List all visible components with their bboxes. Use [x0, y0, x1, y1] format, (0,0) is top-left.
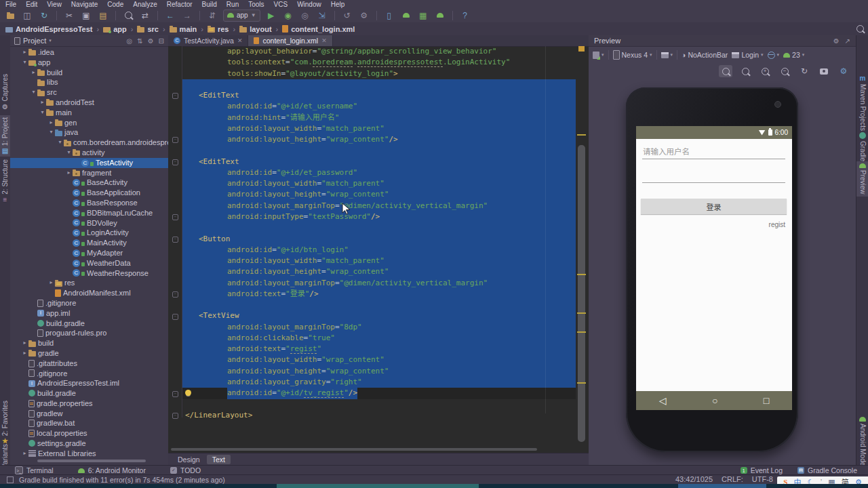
- tree-item-com.boredream.androidespressotest[interactable]: ▾com.boredream.androidespressotest: [10, 138, 168, 148]
- menu-file[interactable]: File: [5, 1, 16, 8]
- caret-position[interactable]: 43:42/1025: [675, 475, 713, 483]
- tree-item-fragment[interactable]: ▸fragment: [10, 168, 168, 178]
- editor-tab-TestActivity.java[interactable]: CTestActivity.java✕: [168, 35, 248, 46]
- gradle-sync-icon[interactable]: ↺: [341, 10, 353, 21]
- debug-icon[interactable]: ◉: [282, 10, 294, 21]
- toolwindow-event-log[interactable]: 1Event Log: [741, 466, 783, 474]
- code-line[interactable]: android:text="regist": [182, 344, 576, 354]
- search-icon[interactable]: [122, 10, 134, 21]
- menu-tools[interactable]: Tools: [248, 1, 264, 8]
- render-settings-icon[interactable]: ⚙: [837, 65, 850, 77]
- locate-icon[interactable]: ◎: [127, 37, 133, 45]
- warning-stripe[interactable]: [577, 134, 586, 136]
- fold-marker-icon[interactable]: −: [172, 413, 178, 419]
- tree-expand-arrow[interactable]: ▸: [21, 47, 28, 58]
- avd-manager-icon[interactable]: ▯: [383, 10, 395, 21]
- toolwindow-switcher-icon[interactable]: [7, 476, 14, 483]
- editor-vscrollbar[interactable]: [576, 46, 588, 413]
- forward-icon[interactable]: →: [181, 10, 193, 21]
- tree-expand-arrow[interactable]: ▾: [65, 148, 73, 158]
- menu-vcs[interactable]: VCS: [274, 1, 288, 8]
- menu-window[interactable]: Window: [297, 1, 321, 8]
- editor-hscrollbar[interactable]: [171, 448, 537, 451]
- tree-item-src[interactable]: ▾src: [10, 87, 168, 98]
- code-line[interactable]: android:layout_height="wrap_content": [182, 366, 576, 377]
- tree-item-app.iml[interactable]: app.iml: [10, 308, 168, 319]
- code-line[interactable]: <TextView: [182, 310, 576, 321]
- code-line[interactable]: [182, 222, 576, 233]
- code-line[interactable]: [182, 399, 576, 410]
- code-line[interactable]: <EditText: [182, 157, 576, 167]
- save-icon[interactable]: ◫: [21, 10, 33, 21]
- toolwindow-6-android-monitor[interactable]: 6: Android Monitor: [78, 466, 146, 474]
- tree-item-proguard-rules.pro[interactable]: proguard-rules.pro: [10, 328, 168, 338]
- hide-panel-icon[interactable]: ⊟: [159, 37, 164, 45]
- zoom-out-icon[interactable]: −: [778, 65, 791, 77]
- menu-refactor[interactable]: Refactor: [167, 1, 193, 8]
- warning-stripe[interactable]: [577, 274, 586, 275]
- tree-item-MyAdapter[interactable]: MyAdapter: [10, 248, 168, 258]
- tree-item-WeatherResponse[interactable]: WeatherResponse: [10, 268, 168, 279]
- menu-analyze[interactable]: Analyze: [133, 1, 157, 8]
- tree-item-gradlew.bat[interactable]: gradlew.bat: [10, 418, 168, 428]
- device-monitor-icon[interactable]: ▦: [417, 10, 429, 21]
- code-line[interactable]: android:layout_marginTop="@dimen/activit…: [182, 278, 576, 289]
- tree-item-WeatherData[interactable]: WeatherData: [10, 258, 168, 268]
- back-icon[interactable]: ←: [164, 10, 176, 21]
- menu-navigate[interactable]: Navigate: [71, 1, 98, 8]
- tree-item-main[interactable]: ▾main: [10, 108, 168, 118]
- project-hscrollbar[interactable]: [37, 460, 146, 462]
- tree-item-res[interactable]: ▸res: [10, 278, 168, 288]
- tab-text[interactable]: Text: [207, 455, 231, 464]
- code-line[interactable]: </LinearLayout>: [182, 410, 576, 421]
- replace-icon[interactable]: ⇄: [139, 10, 151, 21]
- tab-design[interactable]: Design: [172, 455, 205, 464]
- zoom-fit-icon[interactable]: [719, 65, 732, 77]
- tree-item-AndroidEspressoTest.iml[interactable]: AndroidEspressoTest.iml: [10, 378, 168, 388]
- code-line[interactable]: android:layout_height="wrap_content": [182, 189, 576, 200]
- tree-item-TestActivity[interactable]: TestActivity: [10, 158, 168, 168]
- fold-marker-icon[interactable]: −: [172, 291, 178, 298]
- theme-picker[interactable]: ◑NoActionBar: [682, 51, 728, 59]
- run-config-combo[interactable]: app▼: [223, 9, 260, 22]
- sdk-manager-icon[interactable]: [400, 10, 412, 21]
- paste-icon[interactable]: ▤: [97, 10, 109, 21]
- search-icon[interactable]: [856, 25, 864, 33]
- sync-icon[interactable]: ↻: [38, 10, 50, 21]
- tree-expand-arrow[interactable]: ▾: [39, 108, 46, 118]
- toolwindow-terminal[interactable]: >_Terminal: [15, 466, 54, 474]
- tree-item-External-Libraries[interactable]: ▸External Libraries: [10, 449, 168, 459]
- tool-strip-captures[interactable]: Captures⚙: [0, 72, 10, 113]
- breadcrumb-layout[interactable]: layout: [239, 25, 271, 33]
- tree-expand-arrow[interactable]: ▾: [21, 58, 28, 68]
- tree-item-BaseResponse[interactable]: BaseResponse: [10, 198, 168, 208]
- code-line[interactable]: android:id="@+id/btn_login": [182, 245, 576, 256]
- tool-strip-maven-projects[interactable]: mMaven Projects: [856, 73, 868, 133]
- tree-item-gradle[interactable]: ▸gradle: [10, 348, 168, 359]
- warning-stripe[interactable]: [577, 331, 586, 333]
- zoom-actual-icon[interactable]: [738, 65, 752, 77]
- menu-code[interactable]: Code: [107, 1, 123, 8]
- close-icon[interactable]: ✕: [237, 37, 243, 44]
- cut-icon[interactable]: ✂: [63, 10, 75, 21]
- tool-strip-1-project[interactable]: 1: Project▤: [0, 115, 10, 157]
- tree-expand-arrow[interactable]: ▸: [21, 338, 28, 348]
- breadcrumb-content_login.xml[interactable]: content_login.xml: [282, 25, 355, 33]
- fold-marker-icon[interactable]: −: [172, 137, 178, 143]
- tree-item-AndroidManifest.xml[interactable]: AndroidManifest.xml: [10, 288, 168, 298]
- attach-icon[interactable]: ⇲: [316, 10, 328, 21]
- tree-item-gen[interactable]: ▸gen: [10, 118, 168, 128]
- tree-item-.gitattributes[interactable]: .gitattributes: [10, 359, 168, 369]
- tree-expand-arrow[interactable]: ▸: [21, 348, 28, 359]
- fold-marker-icon[interactable]: −: [172, 314, 178, 320]
- warning-stripe[interactable]: [577, 382, 586, 384]
- breadcrumb-app[interactable]: app: [103, 25, 127, 33]
- code-line[interactable]: android:id="@+id/tv_regist"/>: [182, 388, 576, 399]
- tree-item-libs[interactable]: libs: [10, 77, 168, 87]
- warning-stripe[interactable]: [577, 312, 586, 314]
- breadcrumb-AndroidEspressoTest[interactable]: AndroidEspressoTest: [5, 25, 93, 33]
- help-icon[interactable]: ?: [459, 10, 471, 21]
- tree-item-BaseActivity[interactable]: BaseActivity: [10, 178, 168, 188]
- tree-item-androidTest[interactable]: ▸androidTest: [10, 98, 168, 108]
- fold-marker-icon[interactable]: −: [172, 93, 178, 99]
